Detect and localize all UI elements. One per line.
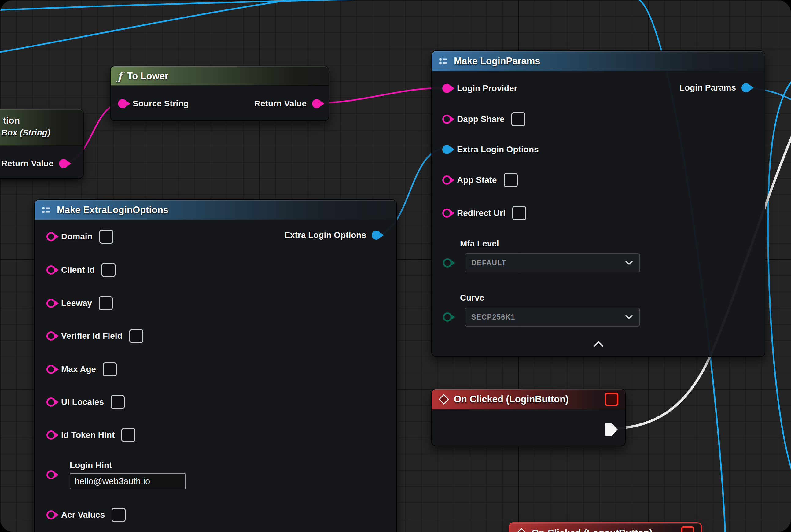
login-params-output-pin[interactable] <box>741 83 751 92</box>
chevron-down-icon <box>625 314 633 320</box>
pin-row-verifier-id-field: Verifier Id Field <box>46 327 143 345</box>
to-lower-pin-row: Source String Return Value <box>118 94 321 113</box>
client-id-pin[interactable] <box>46 265 56 274</box>
pin-row-leeway: Leeway <box>46 294 113 312</box>
source-string-label: Source String <box>133 99 189 109</box>
on-clicked-logout-header[interactable]: On Clicked (LogoutButton) <box>509 523 701 532</box>
pin-row-domain: Domain <box>46 227 113 246</box>
id-token-hint-checkbox[interactable] <box>121 428 135 442</box>
dapp-share-pin[interactable] <box>442 115 451 124</box>
node-partial-function[interactable]: tion Box (String) Return Value <box>0 109 84 179</box>
exec-output-pin[interactable] <box>605 423 618 436</box>
max-age-checkbox[interactable] <box>103 362 117 376</box>
login-hint-label: Login Hint <box>70 458 112 473</box>
make-struct-icon <box>439 56 449 66</box>
partial-return-value-row: Return Value <box>1 154 68 173</box>
extra-login-options-output-label: Extra Login Options <box>284 230 366 240</box>
acr-values-checkbox[interactable] <box>112 508 126 522</box>
redirect-url-pin[interactable] <box>442 209 451 218</box>
on-clicked-login-title: On Clicked (LoginButton) <box>454 394 568 405</box>
mfa-level-dropdown[interactable]: DEFAULT <box>465 253 640 272</box>
to-lower-title: To Lower <box>127 71 168 82</box>
id-token-hint-label: Id Token Hint <box>61 430 115 440</box>
node-on-clicked-loginbutton[interactable]: On Clicked (LoginButton) <box>431 388 626 446</box>
leeway-pin[interactable] <box>46 299 56 308</box>
mfa-level-value: DEFAULT <box>471 259 506 267</box>
acr-values-pin[interactable] <box>46 510 56 519</box>
wire-cyan-right-edge[interactable] <box>768 78 791 478</box>
ui-locales-label: Ui Locales <box>61 397 104 407</box>
mfa-level-label: Mfa Level <box>460 236 499 251</box>
mfa-level-pin[interactable] <box>443 258 452 268</box>
domain-checkbox[interactable] <box>99 230 113 244</box>
curve-dropdown[interactable]: SECP256K1 <box>465 308 640 326</box>
login-params-output-row: Login Params <box>679 79 751 97</box>
pin-row-redirect-url: Redirect Url <box>442 204 526 222</box>
dapp-share-checkbox[interactable] <box>512 112 525 126</box>
pin-row-max-age: Max Age <box>46 360 117 379</box>
source-string-pin[interactable] <box>118 99 127 108</box>
source-string-group: Source String <box>118 99 189 109</box>
pin-row-acr-values: Acr Values <box>46 506 126 524</box>
return-value-group: Return Value <box>254 99 321 109</box>
make-extra-login-options-title: Make ExtraLoginOptions <box>57 205 168 215</box>
login-provider-pin[interactable] <box>442 84 451 93</box>
partial-node-subtitle: Box (String) <box>1 125 50 140</box>
verifier-id-field-pin[interactable] <box>46 331 56 341</box>
bound-widget-icon <box>681 527 694 532</box>
node-make-login-params[interactable]: Make LoginParams Login Provider Dapp Sha… <box>431 51 765 357</box>
dapp-share-label: Dapp Share <box>457 114 505 124</box>
max-age-pin[interactable] <box>46 365 56 374</box>
verifier-id-field-checkbox[interactable] <box>129 329 143 343</box>
domain-label: Domain <box>61 232 93 242</box>
leeway-label: Leeway <box>61 299 92 308</box>
event-diamond-icon <box>516 528 527 532</box>
id-token-hint-pin[interactable] <box>46 431 56 440</box>
ui-locales-checkbox[interactable] <box>111 395 125 409</box>
curve-label: Curve <box>460 290 484 305</box>
pin-row-dapp-share: Dapp Share <box>442 110 525 128</box>
redirect-url-label: Redirect Url <box>457 208 505 218</box>
login-provider-label: Login Provider <box>457 83 518 93</box>
wire-string-tolower-to-provider[interactable] <box>315 88 446 103</box>
on-clicked-login-header[interactable]: On Clicked (LoginButton) <box>432 389 625 410</box>
app-state-checkbox[interactable] <box>504 173 518 187</box>
verifier-id-field-label: Verifier Id Field <box>61 331 122 341</box>
to-lower-header[interactable]: ƒ To Lower <box>111 66 329 86</box>
extra-login-options-input-label: Extra Login Options <box>457 145 539 154</box>
extra-login-options-output-pin[interactable] <box>372 230 381 240</box>
partial-return-value-label: Return Value <box>1 159 54 169</box>
client-id-checkbox[interactable] <box>101 263 116 277</box>
domain-pin[interactable] <box>46 232 56 241</box>
pin-row-client-id: Client Id <box>46 261 116 279</box>
return-value-pin[interactable] <box>312 99 321 108</box>
curve-pin[interactable] <box>443 312 452 322</box>
pin-row-app-state: App State <box>442 171 518 189</box>
curve-value: SECP256K1 <box>471 313 515 321</box>
login-hint-input[interactable] <box>70 473 186 489</box>
collapse-chevron-icon[interactable] <box>592 340 604 348</box>
leeway-checkbox[interactable] <box>99 296 113 310</box>
return-value-label: Return Value <box>254 99 307 109</box>
node-on-clicked-logoutbutton[interactable]: On Clicked (LogoutButton) <box>508 522 702 532</box>
app-state-pin[interactable] <box>442 175 451 185</box>
node-to-lower[interactable]: ƒ To Lower Source String Return Value <box>110 66 329 121</box>
partial-return-value-pin[interactable] <box>59 159 68 168</box>
chevron-down-icon <box>625 260 633 266</box>
ui-locales-pin[interactable] <box>46 397 56 407</box>
blueprint-canvas[interactable]: tion Box (String) Return Value ƒ To Lowe… <box>0 0 791 532</box>
node-make-extra-login-options[interactable]: Make ExtraLoginOptions Domain Client Id … <box>34 200 397 532</box>
pure-function-icon: ƒ <box>117 71 122 82</box>
pin-row-login-provider: Login Provider <box>442 79 518 97</box>
pin-row-id-token-hint: Id Token Hint <box>46 426 135 444</box>
make-extra-login-options-header[interactable]: Make ExtraLoginOptions <box>35 200 397 220</box>
login-hint-pin[interactable] <box>46 470 56 479</box>
redirect-url-checkbox[interactable] <box>512 206 526 220</box>
pin-row-ui-locales: Ui Locales <box>46 393 125 411</box>
login-params-output-label: Login Params <box>679 83 736 93</box>
extra-login-options-input-pin[interactable] <box>442 145 451 154</box>
bound-widget-icon <box>605 393 618 406</box>
app-state-label: App State <box>457 175 497 185</box>
acr-values-label: Acr Values <box>61 510 105 520</box>
make-login-params-header[interactable]: Make LoginParams <box>432 51 765 71</box>
